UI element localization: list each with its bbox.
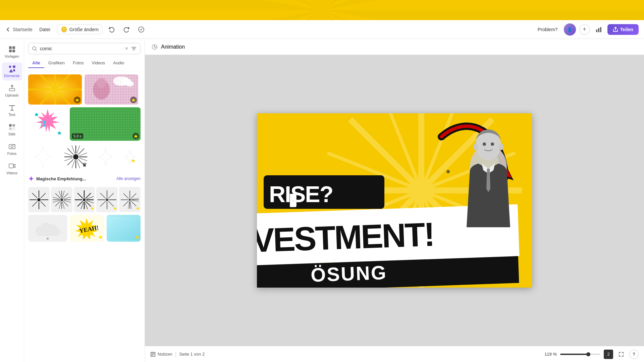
svg-line-129 bbox=[130, 201, 131, 209]
filter-icon[interactable] bbox=[131, 46, 137, 52]
sidebar-item-stile[interactable]: Stile bbox=[2, 121, 22, 139]
avatar-button[interactable]: 👤 bbox=[564, 23, 576, 36]
svg-line-75 bbox=[41, 201, 46, 206]
problem-button[interactable]: Problem? bbox=[535, 25, 560, 34]
crown-icon-blue bbox=[135, 235, 139, 239]
exclaim-thumbnail[interactable]: !! bbox=[28, 107, 67, 141]
svg-rect-1 bbox=[596, 29, 597, 32]
text-icon-svg bbox=[8, 104, 16, 111]
svg-text:ÖSUNG: ÖSUNG bbox=[310, 261, 387, 286]
sidebar-item-vorlagen[interactable]: Vorlagen bbox=[2, 43, 22, 61]
burst-thumb-1[interactable] bbox=[28, 187, 50, 212]
star-item-1[interactable] bbox=[33, 144, 53, 170]
sidebar-item-fotos[interactable]: Fotos bbox=[2, 140, 22, 158]
page-number-box[interactable]: 2 bbox=[604, 350, 613, 359]
results-row-2: !! 5.0 s bbox=[28, 107, 141, 141]
svg-point-9 bbox=[13, 65, 15, 68]
comic-burst-thumbnail[interactable] bbox=[28, 74, 82, 105]
stats-button[interactable] bbox=[593, 24, 604, 35]
svg-marker-109 bbox=[91, 207, 94, 210]
tab-fotos[interactable]: Fotos bbox=[69, 58, 88, 68]
svg-line-84 bbox=[63, 201, 68, 206]
yeah-premium-badge bbox=[99, 234, 103, 240]
svg-line-91 bbox=[59, 191, 61, 198]
svg-text:RISE?: RISE? bbox=[269, 181, 333, 207]
sidebar-item-elemente[interactable]: Elemente bbox=[2, 62, 22, 80]
yeah-thumbnail[interactable]: YEAH! bbox=[70, 215, 104, 242]
burst-thumb-5[interactable] bbox=[119, 187, 141, 212]
top-decorative-bar bbox=[0, 0, 644, 20]
yeah-svg: YEAH! bbox=[72, 218, 101, 239]
help-button[interactable]: ? bbox=[629, 350, 639, 359]
tab-alle[interactable]: Alle bbox=[28, 58, 44, 68]
svg-line-130 bbox=[128, 201, 129, 209]
burst-thumbs-row bbox=[28, 187, 141, 212]
star-item-3[interactable] bbox=[124, 149, 136, 165]
svg-rect-7 bbox=[12, 50, 15, 52]
magic-show-all[interactable]: Alle anzeigen bbox=[116, 176, 141, 181]
svg-line-62 bbox=[72, 160, 75, 168]
datei-button[interactable]: Datei bbox=[37, 25, 53, 34]
svg-point-70 bbox=[37, 198, 41, 201]
collapse-panel-button[interactable]: ‹ bbox=[290, 194, 297, 207]
svg-line-117 bbox=[108, 193, 114, 198]
green-halftone-thumbnail[interactable]: 5.0 s bbox=[70, 107, 141, 141]
share-button[interactable]: Teilen bbox=[607, 24, 639, 35]
save-button[interactable] bbox=[136, 24, 147, 35]
toolbar-right: Problem? 👤 + Teilen bbox=[535, 23, 639, 36]
magic-sparkle-icon bbox=[28, 176, 34, 182]
expand-button[interactable] bbox=[616, 350, 626, 359]
burst-thumb-3[interactable] bbox=[74, 187, 95, 212]
comic-pop-thumbnail[interactable] bbox=[85, 74, 138, 105]
burst2-svg bbox=[52, 190, 72, 210]
svg-marker-119 bbox=[113, 207, 117, 210]
uploads-icon bbox=[8, 84, 16, 92]
svg-point-40 bbox=[126, 81, 134, 86]
duration-badge: 5.0 s bbox=[72, 133, 83, 139]
svg-line-65 bbox=[79, 158, 87, 161]
search-clear-button[interactable]: × bbox=[125, 46, 128, 52]
redo-button[interactable] bbox=[121, 24, 132, 35]
add-collaborator-button[interactable]: + bbox=[579, 24, 590, 35]
svg-line-85 bbox=[55, 201, 60, 206]
magic-header: Magische Empfehlung... Alle anzeigen bbox=[28, 173, 141, 184]
burst-thumb-4[interactable] bbox=[96, 187, 118, 212]
notes-label: Notizen bbox=[158, 352, 172, 357]
svg-marker-43 bbox=[131, 98, 136, 102]
svg-line-68 bbox=[64, 153, 72, 156]
svg-line-88 bbox=[62, 202, 64, 209]
svg-line-77 bbox=[41, 193, 46, 198]
crown-icon-2 bbox=[131, 98, 136, 102]
cloud-thumbnail[interactable] bbox=[28, 215, 67, 242]
star-item-burst[interactable]: ♛ bbox=[64, 145, 88, 169]
home-button[interactable]: Startseite bbox=[5, 27, 33, 32]
svg-point-42 bbox=[96, 78, 106, 88]
sidebar-item-text[interactable]: Text bbox=[2, 101, 22, 119]
blue-gradient-thumbnail[interactable] bbox=[107, 215, 141, 242]
burst-thumb-2[interactable] bbox=[51, 187, 72, 212]
4star-medium-svg bbox=[98, 148, 113, 166]
status-bar-left: Notizen | Seite 1 von 2 bbox=[150, 351, 205, 357]
svg-line-60 bbox=[67, 148, 73, 155]
star-item-2[interactable] bbox=[98, 148, 113, 166]
undo-button[interactable] bbox=[106, 24, 117, 35]
svg-line-59 bbox=[78, 148, 84, 155]
svg-line-104 bbox=[77, 193, 83, 198]
zoom-slider-thumb[interactable] bbox=[586, 352, 590, 356]
grosse-button[interactable]: 🪙 Größe ändern bbox=[57, 24, 102, 34]
tab-videos[interactable]: Videos bbox=[88, 58, 109, 68]
tab-audio[interactable]: Audio bbox=[109, 58, 128, 68]
search-input[interactable] bbox=[40, 46, 122, 51]
sidebar-item-videos[interactable]: Videos bbox=[2, 160, 22, 178]
canvas-wrapper[interactable]: RISE? VESTMENT! ÖSUNG bbox=[145, 55, 644, 346]
zoom-slider[interactable] bbox=[560, 354, 600, 355]
canvas-slide[interactable]: RISE? VESTMENT! ÖSUNG bbox=[257, 113, 532, 288]
share-icon bbox=[613, 27, 618, 32]
animation-bar: Animation bbox=[145, 39, 644, 55]
results-row-1 bbox=[28, 74, 141, 105]
tab-grafiken[interactable]: Grafiken bbox=[44, 58, 69, 68]
sidebar-item-uploads[interactable]: Uploads bbox=[2, 82, 22, 100]
svg-line-128 bbox=[123, 193, 129, 199]
notes-button[interactable]: Notizen bbox=[150, 352, 172, 357]
svg-marker-47 bbox=[57, 131, 61, 135]
